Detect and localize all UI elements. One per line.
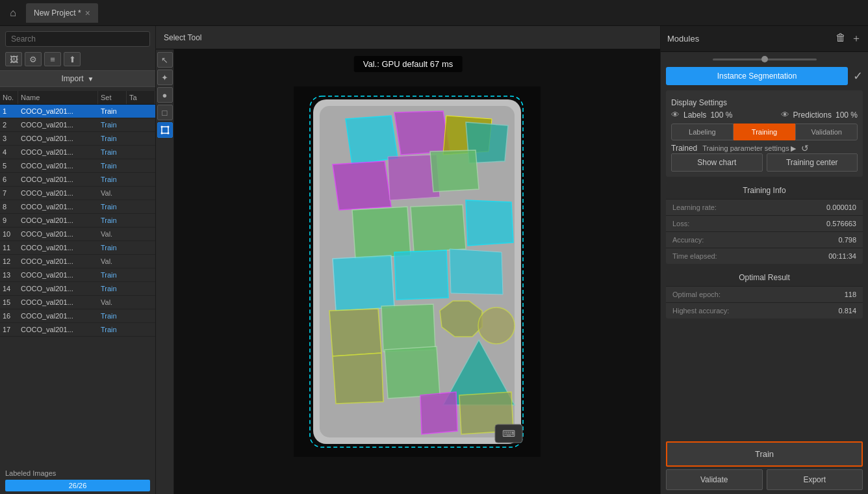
table-row[interactable]: 8 COCO_val201... Train [0,200,155,214]
upload-icon[interactable]: ⬆ [64,52,81,66]
row-no: 5 [0,159,18,172]
row-no: 17 [0,323,18,336]
polygon-tool[interactable] [157,122,173,138]
select-tool-bar: Select Tool [156,26,660,49]
param-settings-label: Training parameter settings [702,144,789,152]
training-info-row: Time elapsed:00:11:34 [666,248,863,264]
home-icon[interactable]: ⌂ [5,5,21,21]
training-info-row: Loss:0.576663 [666,216,863,232]
project-tab[interactable]: New Project * × [26,3,98,23]
row-set: Train [98,132,127,145]
table-row[interactable]: 17 COCO_val201... Train [0,323,155,337]
table-row[interactable]: 9 COCO_val201... Train [0,214,155,228]
search-input[interactable] [5,31,150,47]
table-row[interactable]: 7 COCO_val201... Val. [0,187,155,200]
tab-close-icon[interactable]: × [85,8,90,18]
training-center-button[interactable]: Training center [767,153,858,172]
labeled-images-title: Labeled Images [5,469,150,477]
row-ta [127,255,155,268]
file-table: No. Name Set Ta 1 COCO_val201... Train 2… [0,91,155,465]
table-row[interactable]: 6 COCO_val201... Train [0,173,155,187]
canvas-area: ↖ ✦ ● □ 0 250 500 [156,49,660,494]
magic-wand-tool[interactable]: ✦ [157,70,173,85]
info-val: 00:11:34 [828,252,856,260]
row-no: 6 [0,173,18,186]
optimal-result-section: Optimal Result Optimal epoch:118Highest … [666,269,863,318]
left-panel: 🖼 ⚙ ≡ ⬆ Import ▼ No. Name Set Ta 1 COCO_… [0,26,156,494]
svg-text:⌨: ⌨ [502,428,515,439]
col-set: Set [98,91,127,104]
table-row[interactable]: 16 COCO_val201... Train [0,309,155,323]
tab-labeling[interactable]: Labeling [671,124,734,140]
row-set: Train [98,146,127,159]
tab-validation[interactable]: Validation [795,124,858,140]
display-settings-title: Display Settings [671,96,858,110]
history-icon[interactable]: ↺ [801,143,809,153]
train-button[interactable]: Train [666,441,863,467]
row-name: COCO_val201... [18,282,98,295]
row-ta [127,118,155,131]
labeled-images-section: Labeled Images 26/26 [0,465,155,494]
show-chart-button[interactable]: Show chart [671,153,763,172]
table-row[interactable]: 4 COCO_val201... Train [0,146,155,159]
col-name: Name [18,91,98,104]
training-info-title: Training Info [666,182,863,200]
svg-marker-21 [329,309,381,356]
trash-icon[interactable]: 🗑 [836,32,846,46]
eye-labels-icon[interactable]: 👁 [671,110,680,120]
stamp-tool[interactable]: ● [157,87,173,103]
progress-bar-fill: 26/26 [5,480,150,491]
image-icon[interactable]: 🖼 [5,52,22,66]
check-icon[interactable]: ✓ [853,69,863,83]
labels-label: Labels [683,110,706,120]
table-row[interactable]: 15 COCO_val201... Val. [0,296,155,309]
svg-marker-14 [430,150,479,192]
slider-track[interactable] [713,58,817,60]
row-no: 3 [0,132,18,145]
add-module-icon[interactable]: ＋ [851,32,862,46]
row-set: Train [98,241,127,254]
polygon-tool-icon [160,125,170,135]
export-button[interactable]: Export [767,469,863,490]
info-key: Highest accuracy: [672,307,838,315]
canvas-image: ⌨ [294,86,541,457]
row-no: 1 [0,105,18,118]
list-icon[interactable]: ≡ [44,52,61,66]
svg-marker-26 [385,346,440,398]
row-name: COCO_val201... [18,132,98,145]
row-ta [127,132,155,145]
instance-segmentation-button[interactable]: Instance Segmentation [666,67,848,85]
table-row[interactable]: 3 COCO_val201... Train [0,132,155,146]
svg-point-3 [167,133,169,135]
row-no: 11 [0,241,18,254]
row-ta [127,159,155,172]
row-set: Train [98,200,127,213]
table-row[interactable]: 2 COCO_val201... Train [0,118,155,132]
bottom-buttons: Train Validate Export [661,437,868,494]
cursor-tool[interactable]: ↖ [157,52,173,68]
row-name: COCO_val201... [18,268,98,281]
param-settings-link[interactable]: Training parameter settings ▶ [702,144,796,153]
table-row[interactable]: 13 COCO_val201... Train [0,268,155,282]
table-row[interactable]: 5 COCO_val201... Train [0,159,155,173]
row-no: 9 [0,214,18,227]
import-button[interactable]: Import ▼ [0,70,155,87]
row-ta [127,309,155,322]
row-no: 14 [0,282,18,295]
filter-icon[interactable]: ⚙ [25,52,42,66]
validate-button[interactable]: Validate [666,469,763,490]
table-row[interactable]: 14 COCO_val201... Train [0,282,155,296]
center-panel: Select Tool ↖ ✦ ● □ [156,26,660,494]
eye-predictions-icon[interactable]: 👁 [781,110,789,120]
table-row[interactable]: 12 COCO_val201... Val. [0,255,155,268]
slider-thumb[interactable] [761,56,768,62]
chevron-right-icon: ▶ [791,144,796,153]
row-name: COCO_val201... [18,200,98,213]
import-label: Import [62,74,84,83]
table-row[interactable]: 10 COCO_val201... Val. [0,228,155,241]
table-row[interactable]: 11 COCO_val201... Train [0,241,155,255]
rect-tool[interactable]: □ [157,105,173,120]
tab-training[interactable]: Training [734,124,796,140]
row-set: Train [98,214,127,227]
table-row[interactable]: 1 COCO_val201... Train [0,105,155,118]
